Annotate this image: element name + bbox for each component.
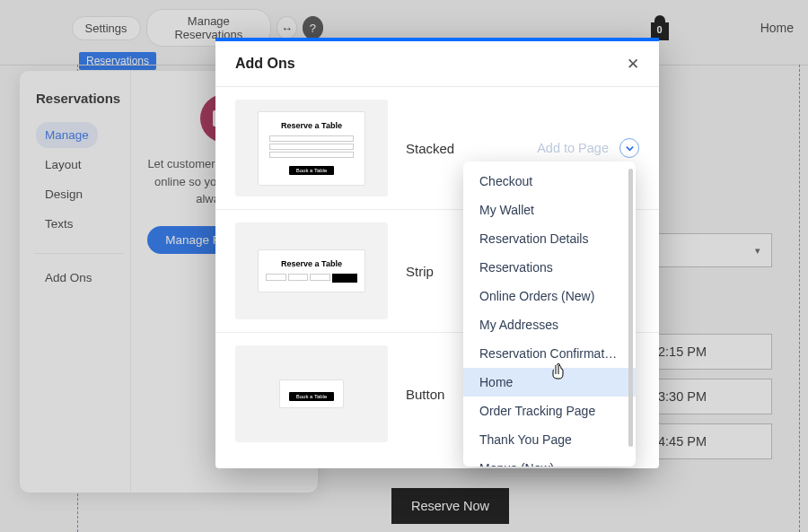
nav-divider — [34, 253, 124, 254]
bag-count: 0 — [649, 24, 671, 35]
dropdown-item[interactable]: Online Orders (New) — [463, 282, 636, 310]
nav-layout[interactable]: Layout — [36, 152, 91, 178]
guide-right — [799, 65, 800, 532]
thumb-title: Reserve a Table — [266, 259, 357, 268]
addon-thumb: Book a Table — [235, 345, 388, 442]
chevron-down-icon[interactable] — [619, 138, 639, 158]
dropdown-item[interactable]: Reservation Details — [463, 224, 636, 253]
addon-thumb: Reserve a Table — [235, 222, 388, 319]
nav-design[interactable]: Design — [36, 181, 92, 207]
dropdown-item[interactable]: Home — [463, 368, 636, 397]
add-to-page-link[interactable]: Add to Page — [537, 141, 609, 155]
close-icon[interactable]: ✕ — [627, 57, 639, 72]
dropdown-item[interactable]: My Addresses — [463, 310, 636, 339]
thumb-title: Book a Table — [289, 392, 335, 401]
dropdown-item[interactable]: My Wallet — [463, 196, 636, 224]
thumb-title: Reserve a Table — [269, 121, 354, 130]
page-select-dropdown: CheckoutMy WalletReservation DetailsRese… — [463, 161, 636, 467]
addon-label: Stacked — [406, 141, 454, 156]
editor-topbar: Settings Manage Reservations ↔ ? 0 Home — [0, 16, 808, 39]
chevron-down-icon: ▾ — [755, 245, 760, 257]
addon-thumb: Reserve a Table Book a Table — [235, 100, 388, 196]
help-icon[interactable]: ? — [303, 16, 323, 39]
dropdown-item[interactable]: Menus (New) — [463, 454, 636, 467]
nav-manage[interactable]: Manage — [36, 122, 98, 148]
panel-nav: Reservations Manage Layout Design Texts … — [20, 71, 131, 493]
selection-tag: Reservations — [79, 52, 156, 70]
addon-label: Button — [406, 387, 444, 402]
modal-header: Add Ons ✕ — [215, 41, 659, 87]
settings-pill[interactable]: Settings — [72, 16, 141, 40]
addon-label: Strip — [406, 264, 434, 279]
nav-addons[interactable]: Add Ons — [36, 265, 101, 291]
shopping-bag-icon[interactable]: 0 — [649, 15, 671, 40]
scrollbar[interactable] — [628, 169, 633, 447]
panel-title: Reservations — [36, 91, 130, 106]
dropdown-item[interactable]: Reservations — [463, 253, 636, 282]
modal-title: Add Ons — [235, 56, 295, 72]
dropdown-item[interactable]: Thank You Page — [463, 425, 636, 454]
dropdown-item[interactable]: Checkout — [463, 167, 636, 196]
stretch-icon[interactable]: ↔ — [277, 16, 297, 39]
dropdown-item[interactable]: Reservation Confirmati… — [463, 339, 636, 368]
nav-texts[interactable]: Texts — [36, 211, 83, 237]
home-link[interactable]: Home — [671, 21, 794, 35]
reserve-now-button[interactable]: Reserve Now — [391, 488, 509, 524]
dropdown-item[interactable]: Order Tracking Page — [463, 397, 636, 425]
